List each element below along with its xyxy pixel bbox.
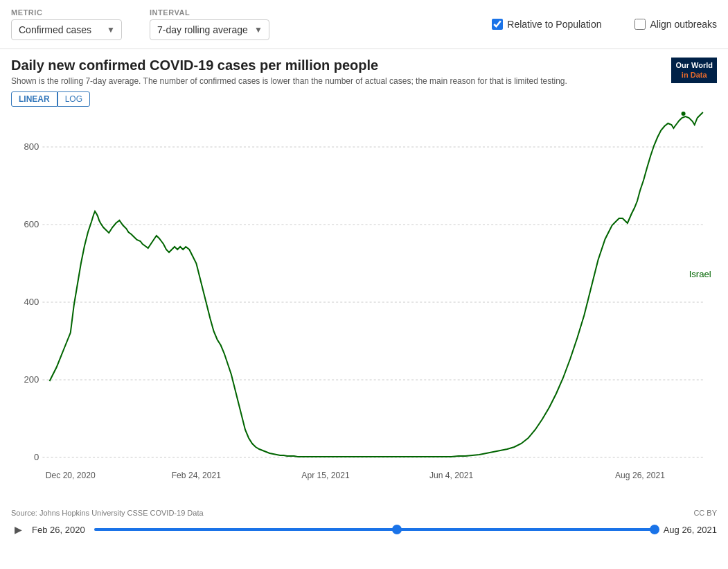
svg-text:600: 600 bbox=[24, 219, 39, 229]
footer-bar: Source: Johns Hopkins University CSSE CO… bbox=[0, 506, 728, 520]
chart-subtitle: Shown is the rolling 7-day average. The … bbox=[11, 76, 717, 86]
interval-label: INTERVAL bbox=[150, 8, 269, 17]
metric-control: METRIC Confirmed cases ▼ bbox=[11, 8, 122, 40]
svg-text:800: 800 bbox=[24, 141, 39, 152]
timeline-start-date: Feb 26, 2020 bbox=[32, 525, 87, 535]
metric-select[interactable]: Confirmed cases bbox=[11, 19, 122, 40]
slider-fill bbox=[94, 528, 655, 531]
relative-to-population-checkbox[interactable] bbox=[492, 19, 503, 30]
svg-text:400: 400 bbox=[24, 297, 39, 307]
israel-label: Israel bbox=[689, 269, 711, 279]
timeline-end-date: Aug 26, 2021 bbox=[662, 525, 717, 535]
svg-text:Aug 26, 2021: Aug 26, 2021 bbox=[615, 471, 665, 480]
interval-select-wrapper: 7-day rolling average ▼ bbox=[150, 19, 269, 40]
svg-text:Jun 4, 2021: Jun 4, 2021 bbox=[429, 471, 474, 480]
owid-logo: Our World in Data bbox=[671, 58, 717, 83]
slider-thumb-left[interactable] bbox=[392, 525, 402, 534]
align-outbreaks-checkbox[interactable] bbox=[634, 19, 646, 30]
owid-logo-line2: in Data bbox=[682, 71, 707, 79]
interval-select[interactable]: 7-day rolling average bbox=[150, 19, 269, 40]
svg-text:Feb 24, 2021: Feb 24, 2021 bbox=[172, 471, 222, 480]
slider-thumb-right[interactable] bbox=[650, 525, 659, 534]
chart-area: 0 200 400 600 800 Dec 20, 2020 Feb 24, 2… bbox=[11, 111, 717, 506]
linear-scale-button[interactable]: LINEAR bbox=[11, 91, 57, 107]
svg-text:200: 200 bbox=[24, 374, 39, 385]
play-button[interactable]: ▶ bbox=[11, 523, 25, 536]
scale-buttons: LINEAR LOG bbox=[11, 91, 717, 107]
owid-logo-line1: Our World bbox=[675, 61, 713, 69]
checkbox-controls: Relative to Population Align outbreaks bbox=[492, 19, 717, 30]
slider-track bbox=[94, 528, 655, 531]
log-scale-button[interactable]: LOG bbox=[57, 91, 90, 107]
interval-control: INTERVAL 7-day rolling average ▼ bbox=[150, 8, 269, 40]
relative-to-population-item: Relative to Population bbox=[492, 19, 601, 30]
source-text: Source: Johns Hopkins University CSSE CO… bbox=[11, 509, 204, 517]
metric-label: METRIC bbox=[11, 8, 122, 17]
relative-to-population-label[interactable]: Relative to Population bbox=[507, 19, 601, 30]
chart-svg: 0 200 400 600 800 Dec 20, 2020 Feb 24, 2… bbox=[11, 111, 717, 506]
svg-text:Apr 15, 2021: Apr 15, 2021 bbox=[301, 471, 350, 480]
align-outbreaks-label[interactable]: Align outbreaks bbox=[650, 19, 717, 30]
chart-title: Daily new confirmed COVID-19 cases per m… bbox=[11, 58, 717, 73]
chart-container: Daily new confirmed COVID-19 cases per m… bbox=[0, 49, 728, 506]
israel-line bbox=[49, 112, 702, 457]
svg-text:Dec 20, 2020: Dec 20, 2020 bbox=[46, 471, 96, 480]
metric-select-wrapper: Confirmed cases ▼ bbox=[11, 19, 122, 40]
license-text: CC BY bbox=[693, 509, 717, 517]
top-controls: METRIC Confirmed cases ▼ INTERVAL 7-day … bbox=[0, 0, 728, 49]
align-outbreaks-item: Align outbreaks bbox=[634, 19, 717, 30]
svg-point-15 bbox=[682, 112, 686, 116]
timeline-bar: ▶ Feb 26, 2020 Aug 26, 2021 bbox=[0, 520, 728, 541]
svg-text:0: 0 bbox=[34, 452, 39, 462]
